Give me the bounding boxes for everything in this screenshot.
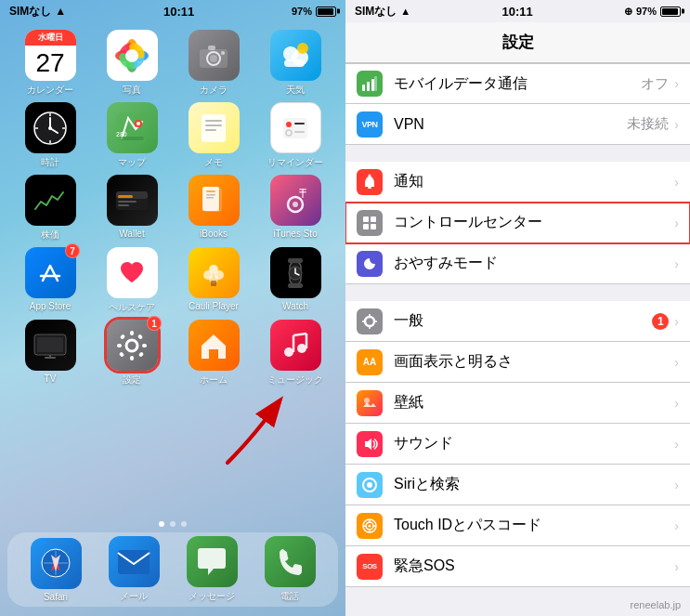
itunes-svg — [279, 184, 312, 217]
svg-rect-72 — [130, 331, 134, 335]
app-watch[interactable]: Watch — [262, 247, 329, 311]
svg-point-112 — [369, 524, 371, 527]
dock-messages[interactable]: メッセージ — [178, 536, 245, 603]
display-chevron: › — [674, 355, 679, 370]
settings-item-vpn[interactable]: VPN VPN 未接続 › — [345, 104, 690, 145]
settings-item-touchid[interactable]: Touch IDとパスコード › — [345, 505, 690, 546]
app-appstore[interactable]: 7 App Store — [17, 247, 84, 311]
clock-icon — [25, 102, 76, 153]
svg-rect-75 — [142, 344, 147, 347]
settings-item-siri[interactable]: Siriと検索 › — [345, 465, 690, 505]
siri-label: Siriと検索 — [394, 475, 674, 494]
notes-svg — [198, 112, 229, 144]
sos-label: 緊急SOS — [394, 557, 674, 576]
wallet-svg — [114, 186, 150, 216]
dock-phone[interactable]: 電話 — [256, 536, 323, 603]
sounds-chevron: › — [674, 437, 679, 452]
app-label-phone: 電話 — [280, 590, 299, 603]
settings-item-control-center[interactable]: コントロールセンター › — [345, 203, 690, 243]
app-row-2: 時計 280 マップ — [9, 102, 336, 169]
app-settings[interactable]: 1 設定 — [98, 320, 165, 387]
cauli-icon — [189, 247, 240, 298]
app-label-mail: メール — [120, 590, 148, 603]
wallpaper-chevron: › — [674, 396, 679, 411]
watermark: reneelab.jp — [631, 599, 681, 610]
svg-rect-99 — [371, 216, 376, 222]
battery-right — [660, 7, 681, 17]
calendar-icon: 水曜日 27 — [25, 30, 76, 81]
settings-item-mobile-data[interactable]: モバイルデータ通信 オフ › — [345, 63, 690, 104]
svg-rect-42 — [118, 195, 133, 198]
app-maps[interactable]: 280 マップ — [98, 102, 165, 169]
camera-icon — [189, 30, 240, 81]
svg-point-11 — [210, 55, 217, 62]
app-wallet[interactable]: Wallet — [98, 175, 165, 239]
app-label-maps: マップ — [118, 156, 146, 169]
dock-mail[interactable]: メール — [100, 536, 167, 603]
clock-svg — [33, 111, 68, 146]
settings-item-general[interactable]: 一般 1 › — [345, 301, 690, 342]
app-home[interactable]: ホーム — [180, 320, 247, 387]
svg-point-29 — [137, 122, 140, 125]
svg-rect-100 — [363, 224, 369, 229]
settings-item-notifications[interactable]: 通知 › — [345, 162, 690, 203]
app-cauli[interactable]: Cauli Player — [180, 247, 247, 311]
app-notes[interactable]: メモ — [180, 102, 247, 169]
app-photos[interactable]: 写真 — [98, 30, 165, 97]
svg-rect-79 — [119, 351, 124, 357]
svg-rect-44 — [118, 204, 129, 206]
ibooks-svg — [197, 184, 230, 217]
app-label-clock: 時計 — [41, 156, 59, 169]
settings-list[interactable]: モバイルデータ通信 オフ › VPN VPN 未接続 › 通知 › — [345, 63, 690, 616]
general-label: 一般 — [394, 311, 652, 331]
display-icon: AA — [357, 349, 383, 375]
app-clock[interactable]: 時計 — [17, 102, 84, 169]
app-itunes[interactable]: iTunes Sto — [262, 175, 329, 239]
safari-icon — [31, 538, 82, 589]
battery-percent-left: 97% — [292, 6, 312, 17]
settings-item-wallpaper[interactable]: 壁紙 › — [345, 383, 690, 424]
vpn-label: VPN — [394, 116, 627, 133]
general-chevron: › — [674, 314, 679, 329]
mobile-data-label: モバイルデータ通信 — [394, 74, 641, 94]
status-bar-right: SIMなし ▲ 10:11 ⊕ 97% — [345, 0, 690, 22]
mail-svg — [117, 549, 150, 575]
app-label-ibooks: iBooks — [200, 229, 228, 239]
app-ibooks[interactable]: iBooks — [180, 175, 247, 239]
app-label-music: ミュージック — [267, 374, 323, 387]
app-reminders[interactable]: リマインダー — [262, 102, 329, 169]
iphone-screen: SIMなし ▲ 10:11 97% 水曜日 27 カレンダー — [0, 0, 345, 616]
settings-badge: 1 — [147, 316, 162, 331]
svg-rect-76 — [120, 334, 125, 339]
health-svg — [115, 256, 149, 290]
battery-area-right: ⊕ 97% — [624, 6, 681, 18]
settings-panel: SIMなし ▲ 10:11 ⊕ 97% 設定 モ — [345, 0, 690, 616]
app-row-4: 7 App Store ヘルスケア — [9, 247, 336, 314]
settings-title-bar: 設定 — [345, 22, 690, 63]
app-weather[interactable]: 天気 — [262, 30, 329, 97]
dnd-label: おやすみモード — [394, 254, 674, 273]
app-label-wallet: Wallet — [119, 229, 144, 239]
svg-rect-69 — [45, 357, 56, 359]
app-stocks[interactable]: 株価 — [17, 175, 84, 242]
weather-icon — [270, 30, 321, 81]
camera-svg — [199, 43, 228, 69]
svg-rect-96 — [368, 187, 371, 189]
dock-safari[interactable]: Safari — [22, 538, 89, 602]
settings-item-sos[interactable]: SOS 緊急SOS › — [345, 546, 690, 587]
app-calendar[interactable]: 水曜日 27 カレンダー — [17, 30, 84, 97]
app-camera[interactable]: カメラ — [180, 30, 247, 97]
app-label-itunes: iTunes Sto — [273, 229, 317, 239]
battery-icon-left — [316, 7, 336, 17]
svg-rect-66 — [288, 283, 303, 288]
settings-item-display[interactable]: AA 画面表示と明るさ › — [345, 342, 690, 383]
dnd-chevron: › — [674, 256, 679, 271]
app-health[interactable]: ヘルスケア — [98, 247, 165, 314]
app-tv[interactable]: TV — [17, 320, 84, 384]
settings-item-sounds[interactable]: サウンド › — [345, 424, 690, 465]
settings-item-dnd[interactable]: おやすみモード › — [345, 243, 690, 284]
page-dots — [0, 516, 345, 532]
svg-rect-95 — [374, 76, 377, 91]
app-music[interactable]: ミュージック — [262, 320, 329, 387]
watch-icon — [270, 247, 321, 298]
